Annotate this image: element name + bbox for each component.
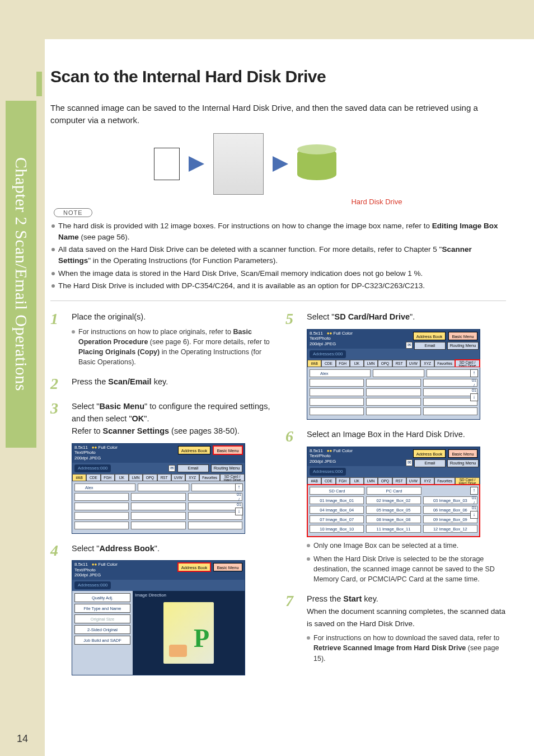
- address-entry[interactable]: [131, 503, 185, 510]
- alpha-tab[interactable]: XYZ: [185, 474, 199, 481]
- routing-menu-button[interactable]: Routing Menu: [447, 459, 479, 467]
- address-entry[interactable]: [74, 512, 129, 520]
- alpha-tab[interactable]: IJK: [115, 474, 129, 481]
- address-book-button[interactable]: Address Book: [413, 449, 446, 458]
- alpha-tab[interactable]: FGH: [336, 360, 350, 367]
- option-2sided-original[interactable]: 2-Sided Original: [74, 625, 130, 634]
- address-entry[interactable]: [423, 407, 477, 415]
- basic-menu-button[interactable]: Basic Menu: [448, 449, 477, 458]
- address-entry[interactable]: [131, 512, 185, 520]
- favorites-tab[interactable]: Favorites: [434, 360, 455, 367]
- address-entry[interactable]: [310, 407, 364, 415]
- address-entry[interactable]: Alex: [310, 369, 371, 377]
- basic-menu-button[interactable]: Basic Menu: [213, 563, 242, 571]
- alpha-tab[interactable]: OPQ: [143, 474, 157, 481]
- alpha-tab[interactable]: IJK: [350, 360, 364, 367]
- address-book-button[interactable]: Address Book: [178, 446, 210, 454]
- image-box[interactable]: 09 Image_Box_09: [423, 515, 477, 523]
- scroll-down-icon[interactable]: ↓: [470, 393, 478, 401]
- alpha-tab[interactable]: XYZ: [420, 360, 434, 367]
- basic-menu-button[interactable]: Basic Menu: [448, 332, 477, 340]
- image-box[interactable]: 07 Image_Box_07: [310, 515, 364, 523]
- pc-card-button[interactable]: PC Card: [367, 487, 421, 495]
- alpha-tab[interactable]: #AB: [307, 360, 321, 367]
- address-entry[interactable]: [310, 398, 364, 406]
- alpha-tab[interactable]: OPQ: [378, 477, 392, 485]
- address-entry[interactable]: [74, 503, 129, 510]
- scroll-down-icon[interactable]: ↓: [470, 511, 478, 519]
- alpha-tab[interactable]: CDE: [321, 477, 335, 485]
- alpha-tab[interactable]: IJK: [350, 477, 364, 485]
- scroll-up-icon[interactable]: ↑: [235, 483, 243, 491]
- image-box[interactable]: 01 Image_Box_01: [310, 496, 364, 504]
- favorites-tab[interactable]: Favorites: [434, 477, 455, 485]
- step-number: 4: [50, 543, 64, 676]
- address-entry[interactable]: [74, 522, 129, 529]
- address-entry[interactable]: [373, 369, 424, 377]
- address-entry[interactable]: [423, 388, 477, 396]
- address-entry[interactable]: [131, 493, 185, 501]
- address-entry[interactable]: [188, 493, 242, 501]
- sd-hard-drive-tab[interactable]: SD Card / Hard Drive: [455, 360, 480, 367]
- scroll-down-icon[interactable]: ↓: [235, 508, 243, 515]
- alpha-tab[interactable]: RST: [392, 360, 406, 367]
- image-box[interactable]: 06 Image_Box_06: [423, 506, 477, 514]
- image-box[interactable]: 10 Image_Box_10: [310, 525, 364, 533]
- email-button[interactable]: Email: [177, 464, 209, 472]
- address-entry[interactable]: [188, 512, 242, 520]
- alpha-tab[interactable]: CDE: [321, 360, 335, 367]
- address-entry[interactable]: [188, 522, 242, 529]
- alpha-tab[interactable]: CDE: [86, 474, 100, 481]
- address-entry[interactable]: [366, 407, 420, 415]
- address-entry[interactable]: [74, 493, 129, 501]
- favorites-tab[interactable]: Favorites: [199, 474, 220, 481]
- alpha-tab[interactable]: FGH: [101, 474, 115, 481]
- address-entry[interactable]: [188, 503, 242, 510]
- sd-hard-drive-tab[interactable]: SD Card / Hard Drive: [220, 474, 245, 481]
- routing-menu-button[interactable]: Routing Menu: [447, 342, 479, 350]
- address-book-button[interactable]: Address Book: [413, 332, 446, 340]
- scroll-up-icon[interactable]: ↑: [470, 487, 478, 495]
- alpha-tab[interactable]: UVW: [406, 360, 420, 367]
- address-entry[interactable]: [366, 398, 420, 406]
- alpha-tab[interactable]: UVW: [171, 474, 185, 481]
- sd-card-button[interactable]: SD Card: [310, 487, 364, 495]
- image-box[interactable]: 11 Image_Box_11: [366, 525, 420, 533]
- address-book-button[interactable]: Address Book: [178, 563, 210, 571]
- image-box[interactable]: 08 Image_Box_08: [366, 515, 420, 523]
- image-box[interactable]: 05 Image_Box_05: [366, 506, 420, 514]
- image-box[interactable]: 12 Image_Box_12: [423, 525, 477, 533]
- alpha-tab[interactable]: UVW: [406, 477, 420, 485]
- alpha-tab[interactable]: XYZ: [420, 477, 434, 485]
- address-entry[interactable]: [138, 483, 189, 491]
- address-entry[interactable]: [131, 522, 185, 529]
- address-entry[interactable]: [310, 379, 364, 387]
- alpha-tab[interactable]: RST: [392, 477, 406, 485]
- alpha-tab[interactable]: LMN: [364, 477, 378, 485]
- address-entry[interactable]: [366, 379, 420, 387]
- email-button[interactable]: Email: [414, 342, 446, 350]
- basic-menu-button[interactable]: Basic Menu: [213, 446, 242, 454]
- alpha-tab[interactable]: LMN: [364, 360, 378, 367]
- address-entry[interactable]: [366, 388, 420, 396]
- address-entry[interactable]: [423, 379, 477, 387]
- image-box[interactable]: 02 Image_Box_02: [366, 496, 420, 504]
- option-quality-adj[interactable]: Quality Adj.: [74, 593, 130, 602]
- alpha-tab[interactable]: OPQ: [378, 360, 392, 367]
- address-entry[interactable]: [423, 398, 477, 406]
- option-job-build-sadf[interactable]: Job Build and SADF: [74, 636, 130, 645]
- image-box[interactable]: 03 Image_Box_03: [423, 496, 477, 504]
- address-entry[interactable]: [310, 388, 364, 396]
- alpha-tab[interactable]: #AB: [72, 474, 86, 481]
- address-entry[interactable]: Alex: [74, 483, 135, 491]
- email-button[interactable]: Email: [414, 459, 446, 467]
- alpha-tab[interactable]: RST: [157, 474, 171, 481]
- alpha-tab[interactable]: #AB: [307, 477, 321, 485]
- routing-menu-button[interactable]: Routing Menu: [211, 464, 242, 472]
- scroll-up-icon[interactable]: ↑: [470, 369, 478, 377]
- alpha-tab[interactable]: LMN: [129, 474, 143, 481]
- alpha-tab[interactable]: FGH: [336, 477, 350, 485]
- option-file-type-name[interactable]: File Type and Name: [74, 604, 130, 613]
- sd-hard-drive-tab[interactable]: SD Card / Hard Drive: [455, 477, 480, 485]
- image-box[interactable]: 04 Image_Box_04: [310, 506, 364, 514]
